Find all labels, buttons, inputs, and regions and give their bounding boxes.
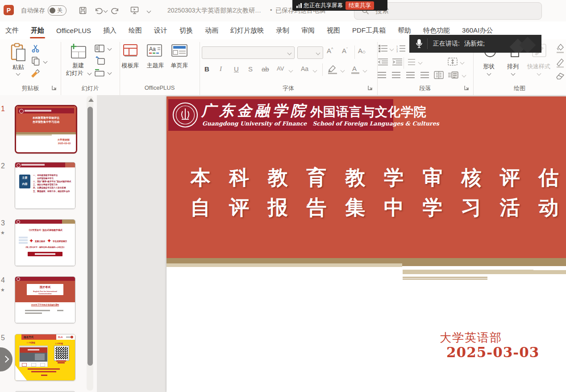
menu-item-PDF工具箱[interactable]: PDF工具箱 <box>352 26 386 35</box>
slide-layout-icon[interactable] <box>95 45 104 54</box>
line-spacing-dropdown-icon[interactable] <box>418 60 423 65</box>
slide-thumbnail-5[interactable]: 报名方式 CLA 🖵 电脑端 ▯ 手机端 <box>15 334 75 381</box>
justify-icon[interactable] <box>420 72 429 79</box>
start-slideshow-icon[interactable] <box>129 4 140 16</box>
editing-canvas[interactable]: 广东金融学院 外国语言与文化学院 Guangdong University of… <box>97 95 566 392</box>
section-icon[interactable] <box>95 69 104 78</box>
paragraph-dialog-launcher[interactable] <box>464 85 470 91</box>
shapes-label[interactable]: 形状 <box>479 63 499 71</box>
menu-item-绘图[interactable]: 绘图 <box>129 26 142 35</box>
panel-expand-button[interactable] <box>0 347 12 371</box>
menu-item-插入[interactable]: 插入 <box>103 26 117 35</box>
undo-dropdown-icon[interactable] <box>104 8 108 13</box>
highlight-dropdown-icon[interactable] <box>341 68 345 73</box>
slide-thumbnail-4[interactable]: 国才考试 English Test for International Comm… <box>15 276 75 323</box>
copy-dropdown-icon[interactable] <box>43 59 48 64</box>
character-spacing-button[interactable]: AV <box>277 65 284 72</box>
change-case-button[interactable]: Aa <box>301 65 308 72</box>
template-library-label[interactable]: 模板库 <box>118 62 143 70</box>
thumbnail-scrollbar-thumb[interactable] <box>87 107 93 366</box>
numbering-icon[interactable]: 1 2 3 <box>396 45 406 54</box>
font-name-select[interactable] <box>202 46 295 59</box>
bullets-dropdown-icon[interactable] <box>390 47 394 51</box>
font-color-icon[interactable]: A <box>350 64 361 76</box>
strikethrough-button[interactable]: ab <box>262 65 269 73</box>
menu-item-切换[interactable]: 切换 <box>179 26 193 35</box>
menu-item-360AI办公[interactable]: 360AI办公 <box>462 26 493 35</box>
menu-item-设计[interactable]: 设计 <box>154 26 167 35</box>
clipboard-dialog-launcher[interactable] <box>52 85 57 91</box>
shapes-dropdown-icon[interactable] <box>487 71 491 76</box>
clear-formatting-button[interactable]: A◇ <box>358 47 366 54</box>
new-slide-dropdown-icon[interactable] <box>87 71 92 75</box>
quick-styles-label[interactable]: 快速样式 <box>524 63 554 71</box>
new-slide-button[interactable] <box>68 43 88 62</box>
theme-library-label[interactable]: 主题库 <box>143 62 168 70</box>
theme-library-icon[interactable]: Aa <box>146 44 163 58</box>
smartart-dropdown-icon[interactable] <box>462 73 466 78</box>
template-library-icon[interactable] <box>121 44 141 58</box>
redo-icon[interactable] <box>109 4 121 16</box>
current-slide[interactable]: 广东金融学院 外国语言与文化学院 Guangdong University of… <box>166 96 566 392</box>
end-share-button[interactable]: 结束共享 <box>345 1 374 10</box>
copy-icon[interactable] <box>31 56 40 68</box>
powerpoint-app-icon[interactable]: P <box>4 5 14 15</box>
slide-thumbnail-3[interactable]: 《大学英语4》混合式课程教学模式 ✚ 直播点精讲 ✚ 学生的课堂展示 （线上学习… <box>15 219 75 266</box>
eraser-icon[interactable] <box>555 71 565 82</box>
bullets-icon[interactable] <box>379 45 388 54</box>
quick-access-dropdown-icon[interactable] <box>147 9 151 13</box>
align-right-icon[interactable] <box>406 72 415 79</box>
menu-item-录制[interactable]: 录制 <box>276 26 289 35</box>
paste-label[interactable]: 粘贴 <box>6 63 30 71</box>
convert-smartart-icon[interactable] <box>447 71 459 81</box>
reset-slide-icon[interactable] <box>96 56 105 67</box>
columns-icon[interactable] <box>434 71 444 81</box>
highlight-color-icon[interactable] <box>327 64 338 76</box>
line-spacing-icon[interactable] <box>408 59 415 66</box>
scrollbar-up-arrow[interactable] <box>88 98 94 102</box>
slide-thumbnail-1[interactable]: 本科教育教学审核评估 自评报告集中学习活动 大学英语部 2025-03-03 <box>15 105 77 154</box>
format-painter-icon[interactable] <box>30 69 40 79</box>
new-slide-label-1[interactable]: 新建 <box>65 62 91 70</box>
menu-item-幻灯片放映[interactable]: 幻灯片放映 <box>230 26 264 35</box>
arrange-label[interactable]: 排列 <box>503 63 523 71</box>
text-shadow-button[interactable]: S <box>248 65 253 73</box>
menu-item-OfficePLUS[interactable]: OfficePLUS <box>56 27 91 34</box>
change-case-dropdown-icon[interactable] <box>313 68 317 73</box>
underline-button[interactable]: U <box>234 65 239 73</box>
grow-font-button[interactable]: A^ <box>327 47 333 54</box>
new-slide-label-2[interactable]: 幻灯片 <box>62 69 87 77</box>
font-color-dropdown-icon[interactable] <box>363 68 367 73</box>
edit-shape-icon[interactable] <box>555 57 565 70</box>
paste-button[interactable] <box>10 43 27 63</box>
increase-indent-icon[interactable] <box>392 58 403 67</box>
undo-icon[interactable] <box>92 4 104 16</box>
arrange-dropdown-icon[interactable] <box>511 71 516 76</box>
slide-thumbnail-2[interactable]: 主要内容 一、本科教育教学审核评估 自评报告集中学习二、用好“慕课+教学平台”混… <box>15 162 75 209</box>
menu-item-文件[interactable]: 文件 <box>5 26 19 35</box>
shrink-font-button[interactable]: Aˇ <box>342 47 348 54</box>
cut-icon[interactable] <box>31 44 40 54</box>
menu-item-开始[interactable]: 开始 <box>31 26 44 35</box>
italic-button[interactable]: I <box>220 65 222 73</box>
quick-styles-dropdown-icon[interactable] <box>537 71 541 76</box>
font-dialog-launcher[interactable] <box>368 85 373 91</box>
save-icon[interactable] <box>77 4 88 16</box>
menu-item-动画[interactable]: 动画 <box>205 26 218 35</box>
text-direction-dropdown-icon[interactable] <box>460 60 465 65</box>
align-center-icon[interactable] <box>392 72 400 79</box>
bold-button[interactable]: B <box>204 65 209 73</box>
decrease-indent-icon[interactable] <box>378 58 388 67</box>
menu-item-审阅[interactable]: 审阅 <box>301 26 315 35</box>
text-direction-icon[interactable] <box>447 57 458 68</box>
font-size-select[interactable] <box>297 46 323 59</box>
layout-dropdown-icon[interactable] <box>108 46 112 51</box>
page-library-icon[interactable] <box>171 44 188 58</box>
autosave-toggle[interactable]: 关 <box>48 5 67 16</box>
shape-fill-icon[interactable] <box>555 43 565 55</box>
menu-item-视图[interactable]: 视图 <box>327 26 340 35</box>
menu-item-特色功能[interactable]: 特色功能 <box>423 26 450 35</box>
align-left-icon[interactable] <box>378 72 386 79</box>
menu-item-帮助[interactable]: 帮助 <box>398 26 411 35</box>
paste-dropdown-icon[interactable] <box>16 71 21 76</box>
